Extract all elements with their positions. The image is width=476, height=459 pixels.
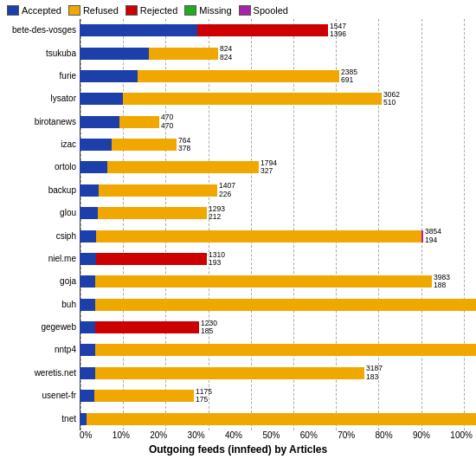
legend-label: Rejected xyxy=(140,5,177,16)
y-label: buh xyxy=(3,301,76,309)
bar-segment-refused xyxy=(112,139,177,151)
y-labels: bete-des-vosgestsukubafurielysatorbirota… xyxy=(3,19,80,430)
bar-row: 2385 691 xyxy=(80,69,476,83)
legend-color-box xyxy=(125,5,138,16)
y-label: weretis.net xyxy=(3,369,76,378)
bar-row: 1547 1396 xyxy=(80,23,476,37)
legend-label: Accepted xyxy=(22,5,61,16)
bar-segment-refused xyxy=(95,299,476,311)
bar-segment-accepted xyxy=(80,299,95,311)
bar-value-label: 3854 194 xyxy=(425,228,441,244)
bar-row: 1407 226 xyxy=(80,184,476,197)
x-axis-label: 20% xyxy=(150,430,167,440)
bar-row: 3187 183 xyxy=(80,366,476,380)
legend-item: Rejected xyxy=(125,5,177,16)
bar-segment-rejected xyxy=(96,253,207,265)
legend-item: Refused xyxy=(68,5,119,16)
bar-segment-refused xyxy=(99,184,217,197)
x-axis-label: 30% xyxy=(188,430,205,440)
bar-row: 3983 188 xyxy=(80,275,476,288)
y-label: tnet xyxy=(3,415,76,423)
y-label: birotanews xyxy=(3,118,76,126)
legend-item: Accepted xyxy=(7,5,61,16)
bar-value-label: 2385 691 xyxy=(341,68,357,85)
bar-segment-refused xyxy=(96,230,421,242)
legend-label: Missing xyxy=(199,5,231,16)
bar-segment-refused xyxy=(94,390,194,402)
y-label: nntp4 xyxy=(3,346,76,354)
chart-area: bete-des-vosgestsukubafurielysatorbirota… xyxy=(3,19,473,430)
bar-value-label: 1547 1396 xyxy=(330,23,346,39)
bar-segment-refused xyxy=(149,48,218,60)
legend-item: Spooled xyxy=(239,5,288,16)
y-label: usenet-fr xyxy=(3,391,76,400)
bar-segment-accepted xyxy=(80,253,96,265)
bar-segment-refused xyxy=(95,367,364,379)
x-axis-label: 100% xyxy=(450,430,473,440)
bar-row: 1310 193 xyxy=(80,252,476,266)
y-label: izac xyxy=(3,140,76,149)
x-axis-label: 90% xyxy=(413,430,430,440)
bar-row: 4604 184 xyxy=(80,343,476,357)
bar-segment-spooled xyxy=(421,230,423,242)
bar-value-label: 1794 327 xyxy=(261,159,277,176)
legend-label: Spooled xyxy=(254,5,288,16)
bar-value-label: 3062 510 xyxy=(383,91,400,107)
bar-segment-refused xyxy=(87,413,476,425)
bars-area: 1547 1396824 8242385 6913062 510470 4707… xyxy=(80,19,476,430)
x-axis-label: 70% xyxy=(338,430,355,440)
bar-segment-accepted xyxy=(80,207,98,219)
y-label: backup xyxy=(3,186,76,195)
bar-segment-accepted xyxy=(80,321,95,333)
x-axis-label: 10% xyxy=(113,430,130,440)
bar-row: 1293 212 xyxy=(80,206,476,220)
bar-value-label: 470 470 xyxy=(161,113,173,130)
bar-segment-refused xyxy=(123,93,382,105)
y-label: furie xyxy=(3,72,76,81)
y-label: csiph xyxy=(3,232,76,241)
legend-color-box xyxy=(184,5,196,16)
y-label: niel.me xyxy=(3,255,76,263)
bar-segment-rejected xyxy=(95,321,199,333)
x-axis-label: 0% xyxy=(80,430,92,440)
bar-row: 1794 327 xyxy=(80,160,476,174)
bar-row: 1175 175 xyxy=(80,389,476,403)
bar-segment-accepted xyxy=(80,161,107,173)
bar-segment-accepted xyxy=(80,70,138,82)
bar-row: 824 824 xyxy=(80,47,476,61)
x-axis-label: 40% xyxy=(225,430,242,440)
bar-segment-refused xyxy=(98,207,207,219)
y-label: lysator xyxy=(3,94,76,103)
bar-value-label: 764 378 xyxy=(178,137,190,153)
bar-row: 470 470 xyxy=(80,115,476,129)
bar-segment-accepted xyxy=(80,116,119,128)
bar-row: 764 378 xyxy=(80,138,476,152)
bar-row: 4648 87 xyxy=(80,412,476,426)
bar-segment-accepted xyxy=(80,48,149,60)
bar-segment-accepted xyxy=(80,344,95,356)
chart-title: Outgoing feeds (innfeed) by Articles xyxy=(3,443,473,456)
bar-segment-accepted xyxy=(80,24,197,36)
bar-value-label: 824 824 xyxy=(220,45,232,61)
x-axis-spacer xyxy=(3,430,80,440)
x-axis-ticks: 0%10%20%30%40%50%60%70%80%90%100% xyxy=(80,430,473,440)
bar-value-label: 1293 212 xyxy=(209,205,225,222)
legend: AcceptedRefusedRejectedMissingSpooled xyxy=(3,3,473,19)
bottom-area: 0%10%20%30%40%50%60%70%80%90%100% Outgoi… xyxy=(3,430,473,456)
bar-value-label: 1407 226 xyxy=(219,182,235,198)
legend-color-box xyxy=(7,5,19,16)
bar-segment-accepted xyxy=(80,275,95,288)
bar-segment-refused xyxy=(138,70,339,82)
bar-segment-refused xyxy=(95,275,432,288)
bar-segment-accepted xyxy=(80,367,95,379)
bar-row: 1230 185 xyxy=(80,320,476,334)
legend-color-box xyxy=(68,5,80,16)
bar-segment-accepted xyxy=(80,139,112,151)
bars-rows: 1547 1396824 8242385 6913062 510470 4707… xyxy=(80,19,476,430)
bar-segment-refused xyxy=(107,161,259,173)
x-axis-label: 60% xyxy=(300,430,318,440)
y-label: ortolo xyxy=(3,163,76,171)
bar-segment-accepted xyxy=(80,390,94,402)
bar-row: 3854 194 xyxy=(80,230,476,243)
bar-segment-accepted xyxy=(80,93,123,105)
